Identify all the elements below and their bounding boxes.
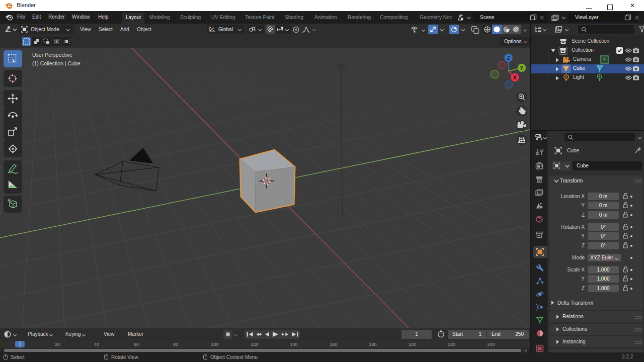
svg-text:X: X [513, 75, 517, 80]
svg-text:Z: Z [507, 55, 510, 61]
svg-text:Y: Y [520, 65, 524, 71]
